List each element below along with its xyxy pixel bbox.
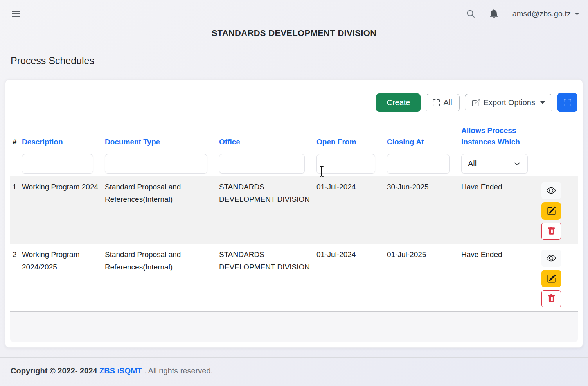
topbar: amsd@zbs.go.tz bbox=[0, 0, 588, 20]
allows-process-filter-select[interactable]: All bbox=[461, 154, 528, 174]
description-filter-input[interactable] bbox=[22, 154, 93, 174]
process-schedules-table: # Description Document Type Office Open … bbox=[5, 119, 583, 342]
row-office: STANDARDS DEVELOPMENT DIVISION bbox=[219, 248, 316, 311]
column-header-office[interactable]: Office bbox=[219, 136, 316, 147]
text-cursor-i-beam bbox=[319, 165, 324, 179]
fullscreen-button[interactable] bbox=[557, 93, 577, 112]
office-filter-input[interactable] bbox=[219, 154, 305, 174]
row-open-from: 01-Jul-2024 bbox=[316, 248, 387, 311]
show-all-button[interactable]: All bbox=[426, 94, 459, 111]
create-button-label: Create bbox=[387, 98, 410, 107]
column-header-document-type[interactable]: Document Type bbox=[105, 136, 219, 147]
rights-text: . All rights reserved. bbox=[142, 366, 213, 375]
row-num: 1 bbox=[10, 181, 22, 244]
table-filter-row: All bbox=[10, 154, 578, 176]
document-type-filter-input[interactable] bbox=[105, 154, 207, 174]
view-button[interactable] bbox=[541, 182, 561, 199]
eye-icon bbox=[547, 186, 556, 195]
column-header-allows-process[interactable]: Allows Process Instances Which bbox=[461, 125, 541, 148]
row-office: STANDARDS DEVELOPMENT DIVISION bbox=[219, 181, 316, 244]
row-document-type: Standard Proposal and References(Interna… bbox=[105, 181, 219, 244]
row-allows: Have Ended bbox=[461, 181, 541, 244]
fullscreen-icon bbox=[564, 99, 571, 106]
trash-icon bbox=[547, 294, 556, 303]
row-description: Working Program 2024/2025 bbox=[22, 248, 105, 311]
bell-icon[interactable] bbox=[489, 9, 498, 18]
row-closing-at: 01-Jul-2025 bbox=[387, 248, 461, 311]
row-num: 2 bbox=[10, 248, 22, 311]
row-actions bbox=[541, 181, 579, 244]
table-row: 2 Working Program 2024/2025 Standard Pro… bbox=[10, 244, 578, 312]
page-title: Process Schedules bbox=[11, 55, 588, 66]
column-header-description[interactable]: Description bbox=[22, 136, 105, 147]
export-options-label: Export Options bbox=[484, 98, 535, 107]
row-description: Working Program 2024 bbox=[22, 181, 105, 244]
table-row: 1 Working Program 2024 Standard Proposal… bbox=[10, 176, 578, 244]
chevron-down-icon bbox=[575, 13, 579, 15]
user-menu[interactable]: amsd@zbs.go.tz bbox=[512, 9, 579, 18]
menu-icon[interactable] bbox=[12, 11, 20, 17]
allows-process-filter-value: All bbox=[468, 159, 477, 168]
trash-icon bbox=[547, 227, 556, 235]
delete-button[interactable] bbox=[541, 290, 561, 307]
chevron-down-icon bbox=[540, 101, 545, 104]
table-header-row: # Description Document Type Office Open … bbox=[10, 119, 578, 148]
row-closing-at: 30-Jun-2025 bbox=[387, 181, 461, 244]
closing-at-filter-input[interactable] bbox=[387, 154, 450, 174]
create-button[interactable]: Create bbox=[376, 93, 421, 112]
fullscreen-icon bbox=[433, 99, 440, 106]
search-icon[interactable] bbox=[466, 9, 475, 18]
column-header-num: # bbox=[10, 136, 22, 147]
edit-button[interactable] bbox=[541, 202, 561, 220]
pencil-square-icon bbox=[547, 274, 556, 283]
toolbar: Create All Export Options bbox=[5, 80, 583, 119]
process-schedules-card: Create All Export Options # Description bbox=[5, 79, 583, 348]
open-from-filter-input[interactable] bbox=[316, 154, 375, 174]
delete-button[interactable] bbox=[541, 223, 561, 240]
pencil-square-icon bbox=[547, 206, 556, 215]
table-footer-strip bbox=[10, 312, 578, 342]
column-header-closing-at[interactable]: Closing At bbox=[387, 136, 461, 147]
row-open-from: 01-Jul-2024 bbox=[316, 181, 387, 244]
row-allows: Have Ended bbox=[461, 248, 541, 311]
row-document-type: Standard Proposal and References(Interna… bbox=[105, 248, 219, 311]
eye-icon bbox=[547, 253, 556, 263]
page-footer: Copyright © 2022- 2024 ZBS iSQMT . All r… bbox=[0, 357, 588, 375]
copyright-text: Copyright © 2022- 2024 bbox=[11, 366, 99, 375]
show-all-button-label: All bbox=[443, 98, 452, 107]
view-button[interactable] bbox=[541, 250, 561, 267]
row-actions bbox=[541, 248, 579, 311]
edit-button[interactable] bbox=[541, 270, 561, 287]
export-options-button[interactable]: Export Options bbox=[465, 94, 552, 111]
external-link-icon bbox=[472, 99, 480, 106]
chevron-down-icon bbox=[514, 161, 520, 167]
user-email: amsd@zbs.go.tz bbox=[512, 9, 571, 18]
column-header-open-from[interactable]: Open From bbox=[316, 136, 387, 147]
division-title: STANDARDS DEVELOPMENT DIVISION bbox=[0, 28, 588, 38]
brand-link[interactable]: ZBS iSQMT bbox=[99, 366, 142, 375]
